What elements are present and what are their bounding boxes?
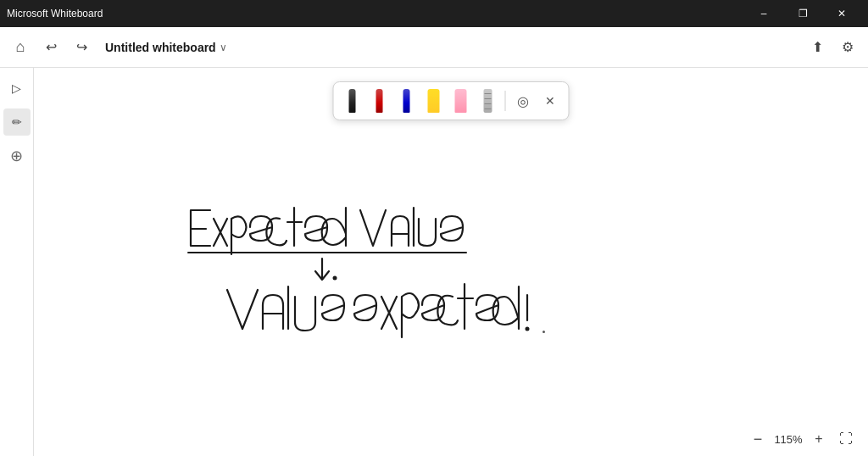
svg-point-1	[526, 327, 530, 331]
zoom-in-button[interactable]: +	[807, 427, 831, 451]
left-sidebar: ▷ ✏ ⊕	[0, 68, 34, 456]
restore-button[interactable]: ❐	[783, 0, 822, 27]
select-icon: ▷	[12, 81, 21, 95]
add-button[interactable]: ⊕	[3, 142, 31, 170]
svg-point-0	[333, 276, 337, 281]
settings-icon: ⚙	[842, 39, 854, 55]
app-bar-left: ⌂ ↩ ↪ Untitled whiteboard ∨	[7, 34, 227, 61]
undo-button[interactable]: ↩	[37, 34, 64, 61]
redo-button[interactable]: ↪	[68, 34, 95, 61]
zoom-out-icon: −	[754, 431, 763, 448]
board-title: Untitled whiteboard	[105, 41, 216, 54]
chevron-down-icon: ∨	[220, 42, 227, 53]
canvas-dot	[542, 331, 545, 333]
pen-icon: ✏	[12, 115, 22, 129]
home-icon: ⌂	[16, 38, 25, 56]
undo-icon: ↩	[46, 39, 57, 55]
app-bar-right: ⬆ ⚙	[804, 34, 861, 61]
share-button[interactable]: ⬆	[804, 34, 831, 61]
app-name: Microsoft Whiteboard	[7, 8, 103, 19]
zoom-level-display: 115%	[773, 433, 804, 446]
bottom-bar: − 115% + ⛶	[736, 422, 868, 456]
fit-icon: ⛶	[839, 431, 853, 447]
zoom-out-button[interactable]: −	[746, 427, 770, 451]
close-button[interactable]: ✕	[822, 0, 861, 27]
main-area: ▷ ✏ ⊕	[0, 68, 868, 456]
redo-icon: ↪	[76, 39, 87, 55]
settings-button[interactable]: ⚙	[834, 34, 861, 61]
board-title-area[interactable]: Untitled whiteboard ∨	[105, 41, 227, 54]
zoom-in-icon: +	[815, 431, 822, 447]
title-bar-left: Microsoft Whiteboard	[7, 8, 103, 19]
fit-to-screen-button[interactable]: ⛶	[834, 427, 858, 451]
title-bar: Microsoft Whiteboard – ❐ ✕	[0, 0, 868, 27]
pen-tool-button[interactable]: ✏	[3, 108, 31, 136]
minimize-button[interactable]: –	[744, 0, 783, 27]
select-tool-button[interactable]: ▷	[3, 75, 31, 102]
home-button[interactable]: ⌂	[7, 34, 34, 61]
app-bar: ⌂ ↩ ↪ Untitled whiteboard ∨ ⬆ ⚙	[0, 27, 868, 68]
share-icon: ⬆	[812, 39, 823, 55]
canvas-area[interactable]: ◎ ✕	[34, 68, 868, 456]
title-bar-controls: – ❐ ✕	[744, 0, 861, 27]
add-icon: ⊕	[10, 147, 23, 165]
whiteboard-svg	[34, 68, 868, 456]
